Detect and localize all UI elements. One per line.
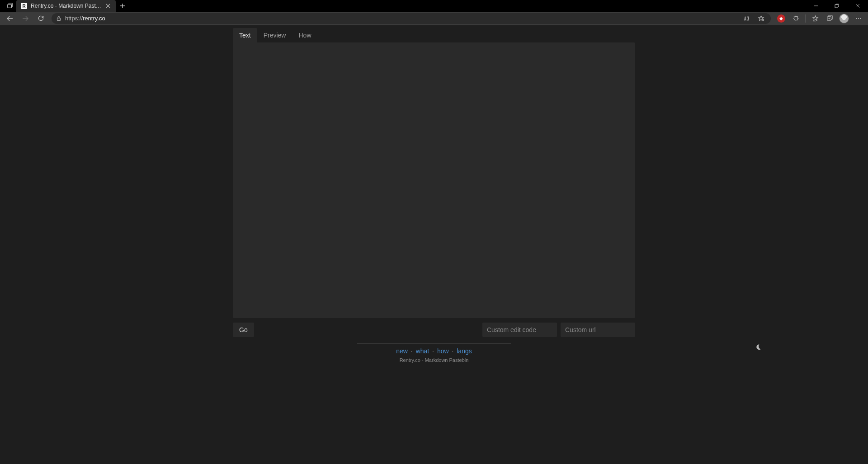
profile-avatar[interactable] (837, 12, 851, 25)
favorites-icon[interactable] (808, 12, 822, 25)
svg-rect-1 (835, 5, 838, 8)
address-bar[interactable]: https://rentry.co (52, 13, 771, 24)
refresh-button[interactable] (33, 12, 48, 25)
svg-point-8 (860, 18, 861, 19)
svg-point-6 (856, 18, 857, 19)
window-controls (806, 0, 868, 12)
go-button[interactable]: Go (233, 323, 254, 337)
footer-link-langs[interactable]: langs (457, 347, 472, 355)
svg-rect-2 (57, 18, 61, 21)
window-titlebar: R Rentry.co - Markdown Pastebin (0, 0, 868, 12)
minimize-button[interactable] (806, 0, 826, 12)
url-prefix: https:// (65, 15, 83, 22)
page-viewport: Text Preview How Go new · what · how · l… (0, 25, 868, 464)
footer-link-new[interactable]: new (396, 347, 408, 355)
tab-title: Rentry.co - Markdown Pastebin (31, 3, 101, 9)
tab-preview[interactable]: Preview (257, 28, 292, 42)
close-window-button[interactable] (847, 0, 868, 12)
more-menu-icon[interactable] (852, 12, 865, 25)
editor-panel (233, 42, 635, 318)
footer-link-what[interactable]: what (416, 347, 429, 355)
browser-toolbar: https://rentry.co ◆ (0, 12, 868, 25)
tab-close-icon[interactable] (105, 3, 111, 9)
read-aloud-icon[interactable] (741, 12, 752, 25)
svg-point-7 (858, 18, 859, 19)
tab-how[interactable]: How (292, 28, 317, 42)
collections-icon[interactable] (823, 12, 836, 25)
edit-code-input[interactable] (482, 323, 557, 337)
maximize-button[interactable] (826, 0, 847, 12)
url-text[interactable]: https://rentry.co (65, 15, 737, 22)
page-footer: new · what · how · langs Rentry.co - Mar… (233, 343, 635, 363)
forward-button[interactable] (18, 12, 33, 25)
tab-favicon: R (21, 3, 27, 9)
page-container: Text Preview How Go new · what · how · l… (233, 25, 635, 363)
footer-tagline: Rentry.co - Markdown Pastebin (233, 357, 635, 363)
extension-red-icon[interactable]: ◆ (774, 12, 788, 25)
footer-links: new · what · how · langs (233, 347, 635, 355)
tab-strip: R Rentry.co - Markdown Pastebin (0, 0, 129, 12)
custom-url-input[interactable] (561, 323, 635, 337)
extensions-icon[interactable] (789, 12, 802, 25)
new-tab-button[interactable] (116, 0, 129, 12)
tab-text[interactable]: Text (233, 28, 257, 42)
svg-point-4 (794, 16, 797, 20)
markdown-textarea[interactable] (233, 42, 635, 318)
browser-tab[interactable]: R Rentry.co - Markdown Pastebin (16, 0, 116, 12)
svg-rect-0 (8, 5, 12, 8)
editor-tabs: Text Preview How (233, 28, 635, 42)
favorite-star-icon[interactable] (755, 12, 766, 25)
tab-actions-icon[interactable] (4, 0, 16, 12)
submit-row: Go (233, 323, 635, 337)
back-button[interactable] (3, 12, 17, 25)
toolbar-right: ◆ (774, 12, 865, 25)
lock-icon (56, 16, 61, 21)
theme-toggle-icon[interactable] (755, 343, 762, 351)
footer-link-how[interactable]: how (437, 347, 449, 355)
url-host: rentry.co (83, 15, 105, 22)
